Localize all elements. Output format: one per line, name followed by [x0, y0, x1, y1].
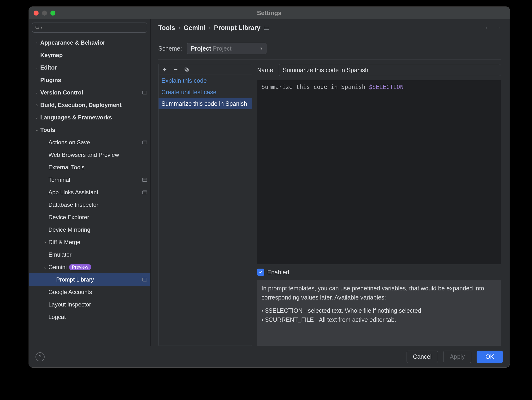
settings-tree: ›Appearance & BehaviorKeymap›EditorPlugi… [29, 35, 150, 346]
name-label: Name: [257, 67, 275, 74]
sidebar-item-version-control[interactable]: ›Version Control [29, 86, 150, 99]
sidebar-item-label: Logcat [48, 314, 66, 320]
scope-project-icon [142, 190, 147, 194]
help-variable-item: $CURRENT_FILE - All text from active edi… [261, 315, 497, 324]
ok-button[interactable]: OK [477, 351, 503, 363]
apply-button[interactable]: Apply [443, 351, 471, 363]
sidebar-item-label: Terminal [48, 177, 70, 183]
prompt-body-plain: Summarize this code in Spanish [261, 84, 369, 90]
sidebar-item-label: Prompt Library [56, 276, 94, 283]
scope-project-icon [142, 140, 147, 144]
svg-point-0 [36, 26, 38, 29]
svg-line-1 [38, 28, 39, 29]
sidebar-item-terminal[interactable]: Terminal [29, 174, 150, 186]
sidebar-item-prompt-library[interactable]: Prompt Library [29, 273, 150, 286]
svg-rect-17 [186, 69, 188, 71]
breadcrumb-item[interactable]: Prompt Library [214, 24, 260, 32]
sidebar-item-device-mirroring[interactable]: Device Mirroring [29, 223, 150, 236]
svg-rect-6 [142, 178, 147, 181]
sidebar-item-appearance-behavior[interactable]: ›Appearance & Behavior [29, 37, 150, 49]
sidebar-item-label: Database Inspector [48, 201, 98, 208]
sidebar-item-label: Actions on Save [48, 139, 90, 146]
scheme-select[interactable]: Project Project ▾ [187, 43, 266, 54]
search-icon: ▾ [35, 25, 42, 30]
sidebar-item-label: Device Explorer [48, 214, 89, 221]
breadcrumb: Tools › Gemini › Prompt Library [158, 24, 269, 32]
sidebar-item-label: Emulator [48, 251, 71, 258]
preview-pill: Preview [69, 264, 91, 270]
prompt-name-input[interactable] [279, 64, 501, 76]
sidebar-item-languages-frameworks[interactable]: ›Languages & Frameworks [29, 111, 150, 124]
enabled-checkbox[interactable]: ✓ [257, 269, 264, 276]
sidebar-item-logcat[interactable]: Logcat [29, 311, 150, 323]
settings-content: Tools › Gemini › Prompt Library ← → Sche… [151, 19, 510, 346]
prompt-body-variable-token: $SELECTION [369, 84, 404, 90]
scheme-label: Scheme: [158, 45, 182, 52]
prompt-list-item[interactable]: Explain this code [158, 75, 252, 86]
sidebar-item-actions-on-save[interactable]: Actions on Save [29, 136, 150, 149]
remove-icon[interactable] [173, 67, 178, 72]
prompt-list-toolbar [158, 64, 252, 75]
prompt-list-panel: Explain this codeCreate unit test caseSu… [158, 64, 252, 346]
breadcrumb-item[interactable]: Tools [158, 24, 175, 32]
sidebar-item-web-browsers-and-preview[interactable]: Web Browsers and Preview [29, 149, 150, 161]
sidebar-item-label: Layout Inspector [48, 301, 91, 308]
sidebar-item-app-links-assistant[interactable]: App Links Assistant [29, 186, 150, 199]
dialog-footer: ? Cancel Apply OK [29, 346, 510, 367]
chevron-right-icon: › [34, 103, 40, 108]
breadcrumb-item[interactable]: Gemini [184, 24, 206, 32]
sidebar-item-build-execution-deployment[interactable]: ›Build, Execution, Deployment [29, 99, 150, 111]
sidebar-item-label: Languages & Frameworks [40, 114, 112, 121]
sidebar-item-label: Device Mirroring [48, 226, 90, 233]
sidebar-item-database-inspector[interactable]: Database Inspector [29, 199, 150, 211]
prompt-body-textarea[interactable]: Summarize this code in Spanish $SELECTIO… [257, 80, 501, 264]
prompt-list-item[interactable]: Summarize this code in Spanish [158, 98, 252, 109]
sidebar-item-emulator[interactable]: Emulator [29, 248, 150, 261]
scope-project-icon [142, 178, 147, 182]
scheme-context: Project [213, 45, 231, 52]
help-variable-item: $SELECTION - selected text. Whole file i… [261, 306, 497, 315]
sidebar-item-label: Build, Execution, Deployment [40, 102, 122, 108]
prompt-list-item[interactable]: Create unit test case [158, 86, 252, 98]
scope-project-icon [142, 278, 147, 281]
sidebar-item-google-accounts[interactable]: Google Accounts [29, 286, 150, 298]
sidebar-item-label: Keymap [40, 52, 63, 58]
nav-back-icon[interactable]: ← [485, 25, 490, 31]
sidebar-item-device-explorer[interactable]: Device Explorer [29, 211, 150, 223]
chevron-right-icon: › [34, 90, 40, 95]
titlebar: Settings [29, 7, 510, 19]
svg-rect-12 [264, 26, 269, 30]
name-row: Name: [257, 64, 501, 76]
nav-forward-icon[interactable]: → [496, 25, 501, 31]
svg-rect-10 [142, 278, 147, 281]
sidebar-item-editor[interactable]: ›Editor [29, 61, 150, 74]
chevron-right-icon: › [42, 240, 48, 245]
settings-search-input[interactable]: ▾ [32, 23, 147, 33]
sidebar-item-layout-inspector[interactable]: Layout Inspector [29, 298, 150, 311]
sidebar-item-plugins[interactable]: Plugins [29, 74, 150, 86]
sidebar-item-label: Gemini [48, 264, 67, 271]
enabled-row: ✓ Enabled [257, 269, 501, 276]
scope-project-icon [142, 91, 147, 95]
sidebar-item-tools[interactable]: ⌄Tools [29, 124, 150, 136]
chevron-right-icon: › [34, 40, 40, 45]
chevron-right-icon: › [209, 25, 211, 31]
settings-window: Settings ▾ ›Appearance & BehaviorKeymap›… [29, 6, 510, 368]
help-intro: In prompt templates, you can use predefi… [261, 284, 497, 302]
breadcrumb-row: Tools › Gemini › Prompt Library ← → [158, 20, 501, 36]
sidebar-item-label: Google Accounts [48, 289, 92, 295]
sidebar-item-external-tools[interactable]: External Tools [29, 161, 150, 174]
help-icon[interactable]: ? [36, 352, 44, 361]
sidebar-item-keymap[interactable]: Keymap [29, 49, 150, 61]
sidebar-item-diff-merge[interactable]: ›Diff & Merge [29, 236, 150, 248]
add-icon[interactable] [162, 67, 167, 72]
copy-icon[interactable] [184, 67, 189, 72]
scheme-row: Scheme: Project Project ▾ [158, 43, 501, 54]
sidebar-item-label: Web Browsers and Preview [48, 152, 119, 158]
cancel-button[interactable]: Cancel [406, 351, 438, 363]
prompt-area: Explain this codeCreate unit test caseSu… [158, 64, 501, 346]
chevron-right-icon: › [34, 115, 40, 120]
sidebar-item-gemini[interactable]: ⌄GeminiPreview [29, 261, 150, 273]
window-title: Settings [29, 9, 510, 17]
svg-rect-8 [142, 191, 147, 194]
